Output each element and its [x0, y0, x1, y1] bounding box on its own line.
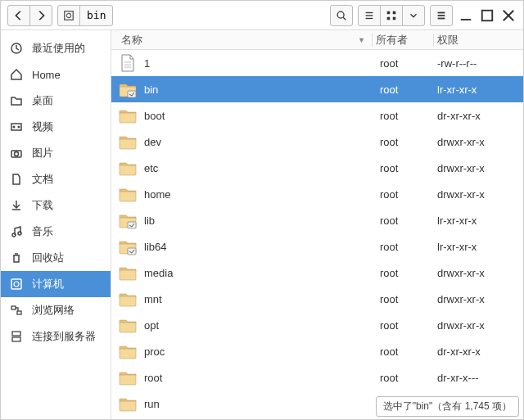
status-bar: 选中了"bin"（含有 1,745 项）	[376, 396, 519, 417]
view-dropdown-button[interactable]	[402, 5, 425, 26]
file-name: bin	[144, 84, 380, 96]
svg-point-27	[14, 282, 19, 287]
file-perm: drwxr-xr-x	[437, 293, 523, 305]
file-perm: dr-xr-xr-x	[437, 110, 523, 122]
sidebar-item-4[interactable]: 图片	[1, 140, 111, 166]
folder-icon	[118, 341, 138, 361]
file-row[interactable]: devrootdrwxr-xr-x	[111, 129, 523, 155]
path-bar: bin	[57, 5, 113, 26]
sidebar-item-5[interactable]: 文档	[1, 166, 111, 192]
sidebar-item-7[interactable]: 音乐	[1, 219, 111, 245]
maximize-button[interactable]	[479, 7, 495, 24]
disk-icon	[9, 277, 24, 291]
sidebar-item-1[interactable]: Home	[1, 61, 111, 88]
file-row[interactable]: procrootdr-xr-xr-x	[111, 338, 523, 364]
svg-point-21	[18, 126, 20, 129]
folder-icon	[118, 132, 138, 151]
column-owner[interactable]: 所有者	[376, 33, 433, 47]
sidebar-item-2[interactable]: 桌面	[1, 88, 111, 114]
sidebar-item-0[interactable]: 最近使用的	[1, 35, 111, 61]
file-perm: lr-xr-xr-x	[437, 241, 523, 253]
nav-buttons	[7, 5, 52, 26]
search-button[interactable]	[330, 5, 353, 26]
music-icon	[9, 224, 24, 239]
file-perm: lr-xr-xr-x	[437, 84, 523, 96]
file-row[interactable]: rootrootdr-xr-x---	[111, 364, 523, 391]
minimize-button[interactable]	[458, 7, 474, 24]
sidebar-item-8[interactable]: 回收站	[1, 245, 111, 271]
menu-button[interactable]	[430, 5, 453, 26]
file-perm: drwxr-xr-x	[437, 162, 523, 174]
file-owner: root	[380, 319, 437, 332]
sidebar-item-6[interactable]: 下载	[1, 192, 111, 219]
toolbar: bin	[1, 1, 523, 30]
svg-rect-31	[12, 337, 20, 341]
file-owner: root	[380, 372, 437, 384]
file-row[interactable]: binrootlr-xr-xr-x	[111, 76, 523, 102]
file-name: etc	[144, 162, 380, 174]
file-row[interactable]: lib64rootlr-xr-xr-x	[111, 233, 523, 260]
svg-rect-10	[393, 16, 396, 20]
file-list[interactable]: 1root-rw-r--r--binrootlr-xr-xr-xbootroot…	[111, 50, 523, 419]
svg-rect-29	[17, 311, 21, 314]
file-name: 1	[144, 57, 380, 70]
sidebar-item-3[interactable]: 视频	[1, 114, 111, 140]
column-name[interactable]: 名称▼	[111, 33, 372, 47]
sidebar: 最近使用的Home桌面视频图片文档下载音乐回收站计算机浏览网络连接到服务器	[1, 30, 111, 419]
column-perm[interactable]: 权限	[437, 33, 523, 47]
sort-desc-icon: ▼	[358, 36, 365, 44]
file-perm: drwxr-xr-x	[437, 188, 523, 201]
file-owner: root	[380, 57, 437, 70]
file-perm: drwxr-xr-x	[437, 136, 523, 148]
sidebar-item-10[interactable]: 浏览网络	[1, 297, 111, 323]
file-perm: -rw-r--r--	[437, 57, 523, 70]
file-row[interactable]: librootlr-xr-xr-x	[111, 207, 523, 233]
network-icon	[9, 303, 24, 318]
sidebar-item-label: 最近使用的	[32, 41, 85, 56]
path-segment[interactable]: bin	[79, 5, 113, 26]
file-owner: root	[380, 293, 437, 305]
file-row[interactable]: mediarootdrwxr-xr-x	[111, 260, 523, 286]
file-perm: dr-xr-xr-x	[437, 345, 523, 358]
column-headers: 名称▼ 所有者 权限	[111, 30, 523, 50]
file-owner: root	[380, 162, 437, 174]
file-row[interactable]: mntrootdrwxr-xr-x	[111, 286, 523, 312]
file-row[interactable]: etcrootdrwxr-xr-x	[111, 155, 523, 181]
grid-view-button[interactable]	[380, 5, 403, 26]
sidebar-item-label: 文档	[32, 172, 53, 187]
link-icon	[118, 79, 138, 99]
folder-icon	[118, 289, 138, 309]
folder-icon	[9, 93, 24, 108]
sidebar-item-9[interactable]: 计算机	[1, 271, 111, 297]
link-icon	[118, 210, 138, 230]
doc-icon	[9, 172, 24, 187]
file-row[interactable]: 1root-rw-r--r--	[111, 50, 523, 76]
file-owner: root	[380, 241, 437, 253]
file-name: opt	[144, 319, 380, 332]
file-owner: root	[380, 110, 437, 122]
file-owner: root	[380, 188, 437, 201]
file-icon	[118, 53, 138, 73]
file-owner: root	[380, 267, 437, 279]
close-button[interactable]	[500, 7, 517, 24]
file-name: run	[144, 398, 380, 410]
sidebar-item-label: 下载	[32, 198, 53, 213]
file-owner: root	[380, 345, 437, 358]
file-name: dev	[144, 136, 380, 148]
svg-point-1	[66, 13, 70, 17]
svg-rect-7	[387, 11, 391, 14]
svg-rect-28	[11, 306, 16, 309]
file-row[interactable]: bootrootdr-xr-xr-x	[111, 102, 523, 129]
list-view-button[interactable]	[358, 5, 381, 26]
file-name: media	[144, 267, 380, 279]
svg-line-3	[343, 17, 346, 20]
path-root-button[interactable]	[57, 5, 80, 26]
svg-rect-0	[65, 11, 74, 20]
forward-button[interactable]	[29, 5, 52, 26]
file-name: home	[144, 188, 380, 201]
sidebar-item-11[interactable]: 连接到服务器	[1, 323, 111, 350]
file-row[interactable]: optrootdrwxr-xr-x	[111, 312, 523, 338]
file-row[interactable]: homerootdrwxr-xr-x	[111, 181, 523, 207]
back-button[interactable]	[7, 5, 30, 26]
folder-icon	[118, 263, 138, 282]
